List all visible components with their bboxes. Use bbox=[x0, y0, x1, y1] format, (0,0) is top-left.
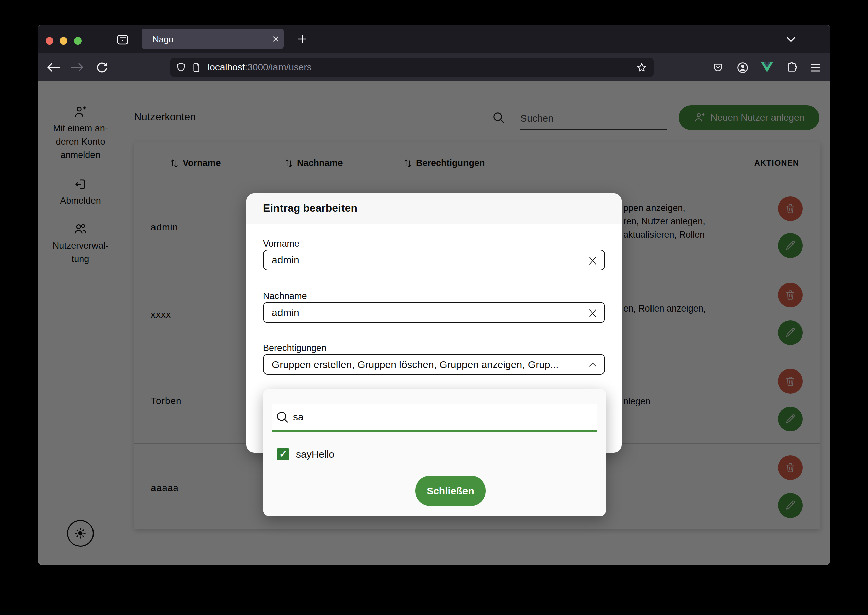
bookmark-star-icon[interactable] bbox=[636, 62, 647, 73]
berechtigungen-select[interactable]: Gruppen erstellen, Gruppen löschen, Grup… bbox=[263, 354, 605, 375]
close-window-button[interactable] bbox=[45, 37, 53, 45]
new-tab-icon[interactable] bbox=[296, 33, 308, 45]
berechtigungen-dropdown-panel: ✓ sayHello Schließen bbox=[263, 389, 606, 516]
extensions-puzzle-icon[interactable] bbox=[785, 61, 798, 74]
maximize-window-button[interactable] bbox=[74, 37, 82, 45]
dropdown-option-label: sayHello bbox=[296, 448, 335, 460]
nav-toolbar: localhost:3000/iam/users bbox=[38, 53, 830, 81]
url-path: :3000/iam/users bbox=[245, 62, 312, 72]
tab-close-icon[interactable] bbox=[272, 35, 280, 43]
url-bar[interactable]: localhost:3000/iam/users bbox=[170, 58, 654, 77]
titlebar: Nago bbox=[38, 25, 830, 53]
clear-icon[interactable] bbox=[587, 308, 598, 319]
vorname-field bbox=[263, 250, 605, 270]
chevron-up-icon[interactable] bbox=[588, 361, 597, 369]
tab-nago[interactable]: Nago bbox=[142, 29, 283, 49]
vorname-label: Vorname bbox=[263, 239, 299, 249]
berechtigungen-select-value: Gruppen erstellen, Gruppen löschen, Grup… bbox=[272, 359, 583, 370]
tab-manager-icon[interactable] bbox=[117, 34, 128, 45]
minimize-window-button[interactable] bbox=[59, 37, 67, 45]
nachname-label: Nachname bbox=[263, 291, 307, 301]
reload-icon[interactable] bbox=[95, 61, 109, 74]
clear-icon[interactable] bbox=[587, 255, 598, 266]
dropdown-search-field bbox=[272, 404, 597, 431]
url-text: localhost:3000/iam/users bbox=[208, 62, 312, 73]
nachname-field bbox=[263, 302, 605, 323]
vorname-input[interactable] bbox=[272, 250, 580, 270]
page-info-icon[interactable] bbox=[191, 62, 202, 73]
modal-header: Eintrag bearbeiten bbox=[246, 193, 622, 224]
url-host: localhost bbox=[208, 62, 245, 72]
tabstrip-separator bbox=[137, 30, 137, 48]
close-dropdown-button[interactable]: Schließen bbox=[415, 476, 486, 506]
tab-title: Nago bbox=[152, 34, 173, 45]
vue-devtools-icon[interactable] bbox=[761, 62, 774, 73]
browser-window: Nago bbox=[38, 25, 830, 565]
account-icon[interactable] bbox=[736, 61, 749, 74]
berechtigungen-label: Berechtigungen bbox=[263, 343, 327, 353]
forward-icon[interactable] bbox=[70, 62, 84, 73]
list-all-tabs-icon[interactable] bbox=[785, 35, 797, 44]
search-icon bbox=[275, 411, 289, 425]
shield-icon[interactable] bbox=[176, 62, 186, 73]
back-icon[interactable] bbox=[46, 62, 61, 73]
page-viewport: Mit einem an- deren Konto anmelden Abmel… bbox=[38, 81, 830, 565]
dropdown-search-input[interactable] bbox=[293, 404, 588, 431]
pocket-icon[interactable] bbox=[712, 62, 724, 74]
dropdown-search-underline bbox=[272, 431, 597, 432]
checkbox-checked-icon[interactable]: ✓ bbox=[277, 448, 289, 460]
dropdown-option-sayhello[interactable]: ✓ sayHello bbox=[277, 448, 335, 460]
nachname-input[interactable] bbox=[272, 303, 580, 322]
menu-hamburger-icon[interactable] bbox=[810, 62, 821, 73]
modal-title: Eintrag bearbeiten bbox=[263, 202, 357, 214]
